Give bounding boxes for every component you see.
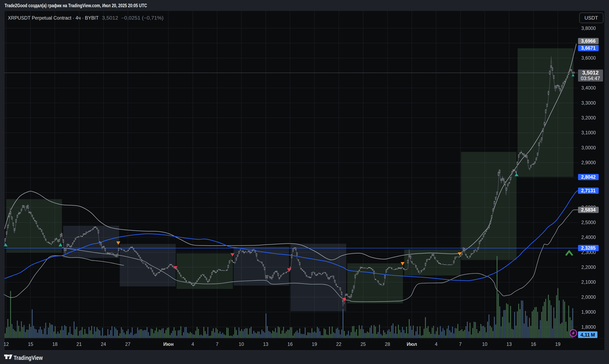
- svg-text:2,5000: 2,5000: [581, 220, 596, 225]
- svg-text:3,0000: 3,0000: [581, 145, 596, 150]
- svg-text:2,8042: 2,8042: [581, 174, 596, 180]
- svg-text:24: 24: [101, 341, 106, 347]
- svg-text:15: 15: [28, 341, 33, 347]
- svg-text:13: 13: [263, 341, 268, 347]
- svg-text:3,1000: 3,1000: [581, 130, 596, 135]
- svg-text:2,1000: 2,1000: [581, 279, 596, 285]
- svg-text:3,8000: 3,8000: [581, 26, 596, 31]
- svg-text:22: 22: [336, 341, 342, 347]
- svg-text:3,6000: 3,6000: [581, 55, 596, 61]
- svg-text:2,9000: 2,9000: [581, 160, 596, 165]
- svg-text:3,5012: 3,5012: [582, 70, 599, 76]
- svg-text:10: 10: [239, 341, 244, 347]
- svg-text:4: 4: [435, 341, 438, 347]
- svg-text:03:54:47: 03:54:47: [581, 76, 600, 81]
- svg-text:3,3000: 3,3000: [581, 100, 596, 106]
- svg-text:2,5834: 2,5834: [581, 207, 596, 213]
- svg-text:12: 12: [3, 341, 9, 347]
- svg-text:Июл: Июл: [407, 341, 417, 347]
- svg-text:4,11 M: 4,11 M: [581, 332, 595, 338]
- svg-text:2,7131: 2,7131: [581, 188, 596, 193]
- svg-text:3,5012 −0,0251 (−0,71%): 3,5012 −0,0251 (−0,71%): [102, 15, 163, 21]
- svg-text:10: 10: [482, 341, 487, 347]
- svg-text:1,9000: 1,9000: [581, 309, 596, 315]
- svg-text:TradingView: TradingView: [14, 354, 43, 361]
- svg-text:13: 13: [506, 341, 512, 347]
- svg-text:19: 19: [555, 341, 560, 347]
- svg-text:3,6966: 3,6966: [581, 38, 596, 44]
- svg-text:2,3285: 2,3285: [581, 245, 596, 251]
- svg-text:28: 28: [385, 341, 390, 347]
- svg-text:3,4000: 3,4000: [581, 85, 596, 91]
- svg-text:16: 16: [531, 341, 536, 347]
- svg-text:2,4000: 2,4000: [581, 235, 596, 240]
- svg-text:7: 7: [459, 341, 462, 347]
- svg-text:3,6671: 3,6671: [581, 45, 596, 51]
- svg-text:Июн: Июн: [163, 341, 174, 347]
- svg-text:Trade2Good создал(а) график на: Trade2Good создал(а) график на TradingVi…: [5, 3, 147, 8]
- svg-text:XRPUSDT Perpetual Contract · 4: XRPUSDT Perpetual Contract · 4ч · BYBIT: [8, 15, 99, 21]
- svg-text:4: 4: [192, 341, 194, 347]
- svg-text:19: 19: [312, 341, 317, 347]
- svg-text:7: 7: [216, 341, 219, 347]
- svg-text:27: 27: [125, 341, 131, 347]
- svg-text:2,0000: 2,0000: [581, 294, 596, 300]
- svg-text:3,2000: 3,2000: [581, 115, 596, 120]
- svg-text:16: 16: [287, 341, 293, 347]
- svg-text:25: 25: [360, 341, 366, 347]
- svg-text:USDT: USDT: [584, 15, 598, 21]
- svg-text:18: 18: [52, 341, 58, 347]
- svg-text:1,8000: 1,8000: [581, 324, 596, 330]
- svg-text:2,2000: 2,2000: [581, 265, 596, 270]
- svg-text:21: 21: [76, 341, 82, 347]
